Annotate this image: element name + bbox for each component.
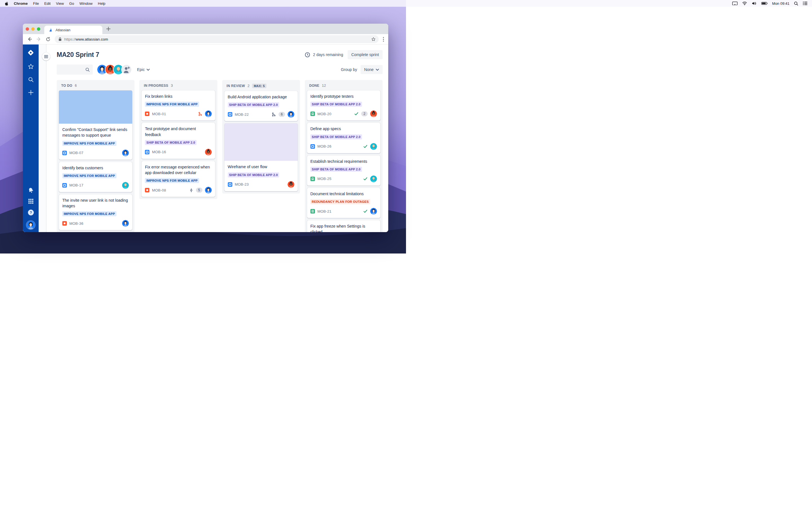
issue-key: MOB-25 — [317, 177, 332, 181]
complete-sprint-button[interactable]: Complete sprint — [348, 50, 383, 59]
epic-badge[interactable]: IMPROVE NPS FOR MOBILE APP — [62, 141, 116, 146]
epic-badge[interactable]: REDUNDANCY PLAN FOR OUTAGES — [310, 199, 370, 204]
address-bar[interactable]: https://www.atlassian.com — [55, 35, 378, 43]
card-title: Establish technical requirements — [310, 159, 377, 164]
sidebar-search-icon[interactable] — [28, 76, 34, 83]
issue-card[interactable]: Identify prototype testers SHIP BETA OF … — [307, 91, 380, 121]
issue-card[interactable]: Fix broken links IMPROVE NPS FOR MOBILE … — [142, 91, 215, 121]
minimize-window-button[interactable] — [31, 27, 35, 31]
card-title: Test prototype and document feedback — [145, 126, 211, 137]
issue-card[interactable]: Confirm "Contact Support" link sends mes… — [59, 91, 132, 160]
issue-card[interactable]: Fix error message experienced when app d… — [142, 161, 215, 197]
menu-item-file[interactable]: File — [33, 1, 39, 6]
epic-badge[interactable]: SHIP BETA OF MOBILE APP 2.0 — [228, 102, 280, 107]
expand-sidebar-button[interactable] — [42, 52, 50, 61]
branch-icon — [198, 112, 202, 116]
assignee-avatar[interactable] — [370, 208, 377, 215]
back-button[interactable] — [27, 37, 32, 42]
kanban-board: TO DO 6 Confirm "Contact Support" link s… — [57, 80, 383, 232]
assignee-avatar[interactable] — [122, 182, 129, 189]
epic-badge[interactable]: SHIP BETA OF MOBILE APP 2.0 — [228, 172, 280, 177]
done-check-icon — [363, 209, 368, 214]
notifications-bell-icon[interactable] — [28, 187, 34, 193]
browser-menu-kebab-icon[interactable] — [383, 37, 384, 42]
done-check-icon — [354, 112, 359, 116]
menu-item-view[interactable]: View — [56, 1, 64, 6]
epic-badge[interactable]: IMPROVE NPS FOR MOBILE APP — [145, 178, 199, 183]
issue-key: MOB-21 — [317, 209, 332, 214]
apple-logo-icon[interactable] — [4, 1, 8, 6]
card-cover — [224, 123, 298, 161]
issue-card[interactable]: The invite new user link is not loading … — [59, 194, 132, 230]
add-people-button[interactable] — [122, 65, 132, 74]
board-column: DONE 12 Identify prototype testers SHIP … — [305, 80, 383, 232]
assignee-avatar[interactable] — [205, 149, 212, 156]
assignee-filter-avatars — [97, 65, 132, 74]
menu-item-window[interactable]: Window — [80, 1, 93, 6]
column-header: IN REVIEW 2 MAX: 5 — [224, 80, 298, 91]
issue-card[interactable]: Identify beta customers IMPROVE NPS FOR … — [59, 162, 132, 192]
group-by-dropdown[interactable]: None — [361, 65, 383, 74]
issue-card[interactable]: Test prototype and document feedback SHI… — [142, 123, 215, 159]
assignee-avatar[interactable] — [370, 110, 377, 117]
epic-badge[interactable]: SHIP BETA OF MOBILE APP 2.0 — [145, 140, 197, 145]
menu-app-name[interactable]: Chrome — [14, 1, 28, 6]
issue-card[interactable]: Document technical limitations REDUNDANC… — [307, 188, 380, 218]
assignee-avatar[interactable] — [205, 187, 212, 193]
epic-filter-dropdown[interactable]: Epic — [137, 67, 150, 72]
forward-button[interactable] — [36, 37, 42, 42]
board-search-input[interactable] — [57, 64, 93, 75]
issue-card[interactable]: Build Android application package SHIP B… — [224, 91, 298, 121]
atlassian-favicon-icon — [49, 27, 53, 32]
sidebar-plus-icon[interactable] — [28, 89, 34, 96]
browser-tab[interactable]: Atlassian — [44, 25, 102, 34]
commit-icon — [189, 188, 193, 192]
close-window-button[interactable] — [26, 27, 29, 31]
card-title: Define app specs — [310, 126, 377, 131]
epic-badge[interactable]: SHIP BETA OF MOBILE APP 2.0 — [310, 167, 362, 172]
issue-card[interactable]: Define app specs SHIP BETA OF MOBILE APP… — [307, 123, 380, 153]
issue-card[interactable]: Establish technical requirements SHIP BE… — [307, 156, 380, 186]
chevron-down-icon — [147, 69, 150, 71]
window-controls — [26, 27, 40, 31]
assignee-avatar[interactable] — [122, 150, 129, 156]
jira-logo-icon[interactable] — [27, 48, 35, 57]
bookmark-star-icon[interactable] — [371, 37, 376, 42]
menu-item-help[interactable]: Help — [98, 1, 105, 6]
board-column: IN PROGRESS 3 Fix broken links IMPROVE N… — [139, 80, 217, 199]
assignee-avatar[interactable] — [288, 111, 294, 118]
task-type-icon — [62, 151, 67, 155]
help-icon[interactable]: ? — [28, 209, 35, 216]
task-type-icon — [145, 150, 149, 154]
card-title: Fix broken links — [145, 94, 211, 99]
assignee-avatar[interactable] — [205, 110, 212, 117]
epic-badge[interactable]: SHIP BETA OF MOBILE APP 2.0 — [310, 102, 362, 107]
epic-badge[interactable]: IMPROVE NPS FOR MOBILE APP — [62, 211, 116, 216]
assignee-avatar[interactable] — [288, 181, 294, 188]
board-main: MA20 Sprint 7 2 days remaining Complete … — [47, 45, 388, 232]
sidebar-star-icon[interactable] — [28, 63, 34, 70]
column-count: 12 — [322, 83, 326, 88]
issue-key: MOB-08 — [152, 188, 166, 192]
lock-icon — [58, 37, 62, 41]
menu-item-go[interactable]: Go — [69, 1, 74, 6]
column-name: IN PROGRESS — [144, 83, 168, 88]
epic-badge[interactable]: SHIP BETA OF MOBILE APP 2.0 — [310, 134, 362, 139]
issue-key: MOB-01 — [152, 112, 166, 116]
profile-avatar[interactable] — [27, 221, 35, 229]
assignee-avatar[interactable] — [370, 175, 377, 182]
menu-item-edit[interactable]: Edit — [44, 1, 50, 6]
app-switcher-grid-icon[interactable] — [28, 198, 34, 204]
issue-card[interactable]: Fix app freeze when Settings is clicked … — [307, 220, 380, 232]
issue-card[interactable]: Wireframe of user flow SHIP BETA OF MOBI… — [224, 123, 298, 191]
card-cover — [59, 91, 132, 124]
assignee-avatar[interactable] — [370, 143, 377, 150]
column-name: DONE — [309, 83, 319, 88]
epic-badge[interactable]: IMPROVE NPS FOR MOBILE APP — [62, 173, 116, 178]
url-text: https://www.atlassian.com — [64, 37, 108, 41]
reload-button[interactable] — [46, 37, 50, 42]
assignee-avatar[interactable] — [122, 220, 129, 227]
zoom-window-button[interactable] — [37, 27, 40, 31]
new-tab-button[interactable] — [106, 27, 110, 31]
epic-badge[interactable]: IMPROVE NPS FOR MOBILE APP — [145, 102, 199, 107]
